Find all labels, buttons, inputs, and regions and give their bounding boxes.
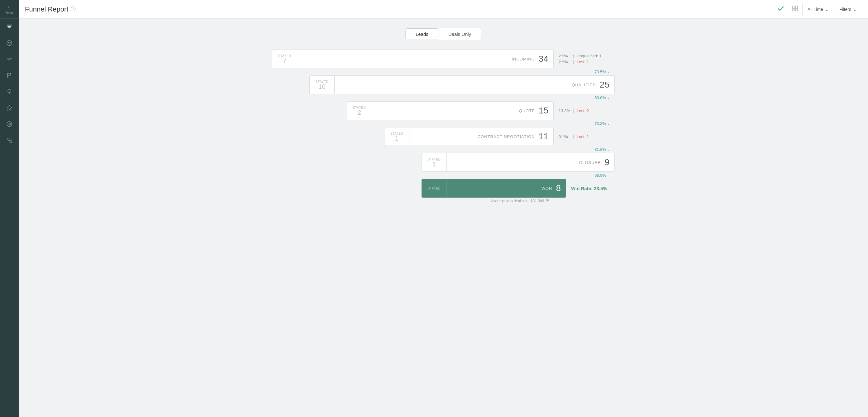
sidebar-item-activity[interactable]: [0, 51, 19, 67]
stage-bar-area-quote: QUOTE15: [372, 101, 553, 120]
palette-icon: [6, 39, 13, 47]
back-arrow-icon: ←: [6, 4, 12, 10]
sidebar-item-star[interactable]: [0, 100, 19, 116]
stage-bar-area-qualified: QUALIFIED25: [335, 76, 614, 94]
svg-point-4: [8, 42, 9, 43]
stage-row-incoming: STAYED7INCOMING342.9% ❯ Unqualified: 12.…: [272, 50, 615, 68]
stage-bar-area-closure: CLOSURE9: [447, 153, 614, 171]
stage-bar-area-won: WON8: [447, 179, 566, 197]
stat-chevron-icon: ❯: [572, 109, 575, 113]
win-rate-label: Win Rate: 23.5%: [571, 186, 615, 191]
chevron-down-icon: ⌄: [607, 148, 610, 151]
stage-label-quote: QUOTE: [519, 109, 535, 113]
info-icon[interactable]: ⓘ: [71, 6, 76, 12]
tab-leads[interactable]: Leads: [406, 28, 438, 40]
header-actions: All Time ⌄ Filters ⌄: [774, 3, 862, 16]
tab-deals[interactable]: Deals Only: [438, 28, 481, 40]
sidebar-item-palette[interactable]: [0, 35, 19, 51]
conversion-row-contract: 81.8% ⌄: [384, 146, 615, 153]
stage-box-qualified[interactable]: STAYED10QUALIFIED25: [309, 76, 615, 94]
svg-point-3: [7, 40, 12, 46]
chevron-down-icon: ⌄: [607, 70, 610, 73]
stat-row: 2.9% ❯ Unqualified: 1: [559, 54, 615, 58]
svg-rect-12: [793, 6, 795, 8]
stat-label: Unqualified: 1: [577, 54, 601, 58]
svg-point-11: [9, 124, 10, 125]
stat-pct: 2.9%: [559, 54, 570, 58]
sidebar-item-phone[interactable]: [0, 132, 19, 148]
conversion-row-quote: 73.3% ⌄: [347, 120, 615, 127]
stage-row-quote: STAYED2QUOTE1513.3% ❯ Lost: 2: [347, 101, 615, 120]
svg-rect-14: [793, 9, 795, 11]
sidebar-item-target[interactable]: [0, 116, 19, 132]
view-tabs: Leads Deals Only: [405, 28, 482, 40]
svg-marker-8: [7, 105, 12, 111]
stage-stayed-contract: STAYED1: [384, 127, 409, 146]
stage-box-closure[interactable]: STAYED1CLOSURE9: [422, 153, 615, 172]
conversion-row-incoming: 73.5% ⌄: [272, 68, 615, 76]
back-button[interactable]: ← Back: [0, 0, 19, 19]
stage-bar-area-contract: CONTRACT NEGOTIATION11: [409, 127, 553, 146]
chevron-down-icon: ⌄: [825, 7, 829, 12]
stage-wrapper-quote: STAYED2QUOTE1513.3% ❯ Lost: 273.3% ⌄: [272, 101, 615, 127]
stat-pct: 2.9%: [559, 60, 570, 64]
sidebar-item-flag[interactable]: [0, 67, 19, 84]
page-title: Funnel Report ⓘ: [25, 5, 774, 13]
stage-stayed-qualified: STAYED10: [310, 76, 335, 94]
header: Funnel Report ⓘ All Time ⌄: [19, 0, 868, 19]
stage-wrapper-won: STAYEDWON8Win Rate: 23.5%: [272, 179, 615, 198]
svg-rect-13: [796, 6, 798, 8]
chevron-down-icon: ⌄: [607, 96, 610, 99]
sidebar-item-bulb[interactable]: [0, 84, 19, 100]
stage-row-qualified: STAYED10QUALIFIED25: [309, 76, 615, 94]
stat-chevron-icon: ❯: [572, 54, 575, 58]
stage-count-incoming: 34: [539, 54, 548, 64]
stage-stayed-quote: STAYED2: [347, 101, 372, 120]
main-content: Funnel Report ⓘ All Time ⌄: [19, 0, 868, 417]
stage-box-won[interactable]: STAYEDWON8: [422, 179, 566, 198]
chevron-down-icon: ⌄: [607, 122, 610, 125]
time-label: All Time: [808, 7, 823, 12]
stage-stats-incoming: 2.9% ❯ Unqualified: 12.9% ❯ Lost: 1: [559, 54, 615, 64]
stat-pct: 9.1%: [559, 134, 570, 139]
list-view-icon: [777, 6, 784, 11]
list-view-button[interactable]: [774, 3, 788, 15]
stage-count-closure: 9: [604, 157, 610, 167]
conversion-pct-contract: 81.8%: [594, 147, 606, 152]
funnel-container: STAYED7INCOMING342.9% ❯ Unqualified: 12.…: [272, 50, 615, 198]
stage-stayed-incoming: STAYED7: [272, 50, 297, 68]
stage-count-won: 8: [556, 183, 561, 193]
stat-label: Lost: 2: [577, 109, 589, 113]
chevron-down-icon: ⌄: [607, 174, 610, 177]
sidebar: ← Back: [0, 0, 19, 417]
svg-rect-1: [7, 26, 11, 27]
grid-view-icon: [792, 5, 798, 11]
stage-box-incoming[interactable]: STAYED7INCOMING34: [272, 50, 554, 68]
grid-view-button[interactable]: [788, 3, 802, 16]
stage-label-contract: CONTRACT NEGOTIATION: [477, 134, 535, 139]
stage-label-won: WON: [541, 186, 552, 191]
conversion-row-closure: 88.9% ⌄: [422, 172, 615, 179]
stage-stats-contract: 9.1% ❯ Lost: 1: [559, 134, 615, 139]
stat-label: Lost: 1: [577, 60, 589, 64]
avg-deal-note: Average won deal size: $31,306.25: [272, 199, 615, 203]
star-icon: [6, 105, 13, 111]
stage-box-quote[interactable]: STAYED2QUOTE15: [347, 101, 554, 120]
filter-chevron-icon: ⌄: [853, 7, 857, 12]
filter-button[interactable]: Filters ⌄: [834, 4, 862, 14]
stage-label-incoming: INCOMING: [512, 57, 535, 61]
conversion-pct-incoming: 73.5%: [594, 69, 606, 74]
phone-icon: [6, 137, 13, 144]
stat-row: 2.9% ❯ Lost: 1: [559, 60, 615, 64]
time-filter-button[interactable]: All Time ⌄: [803, 4, 834, 14]
content-area: Leads Deals Only STAYED7INCOMING342.9% ❯…: [19, 19, 868, 417]
stage-wrapper-incoming: STAYED7INCOMING342.9% ❯ Unqualified: 12.…: [272, 50, 615, 76]
sidebar-item-funnel[interactable]: [0, 19, 19, 35]
stat-chevron-icon: ❯: [572, 60, 575, 64]
stage-count-quote: 15: [539, 106, 548, 116]
stage-label-closure: CLOSURE: [579, 160, 601, 165]
bulb-icon: [6, 88, 13, 95]
conversion-pct-closure: 88.9%: [594, 173, 606, 178]
conversion-pct-qualified: 60.0%: [594, 95, 606, 100]
stage-box-contract[interactable]: STAYED1CONTRACT NEGOTIATION11: [384, 127, 554, 146]
